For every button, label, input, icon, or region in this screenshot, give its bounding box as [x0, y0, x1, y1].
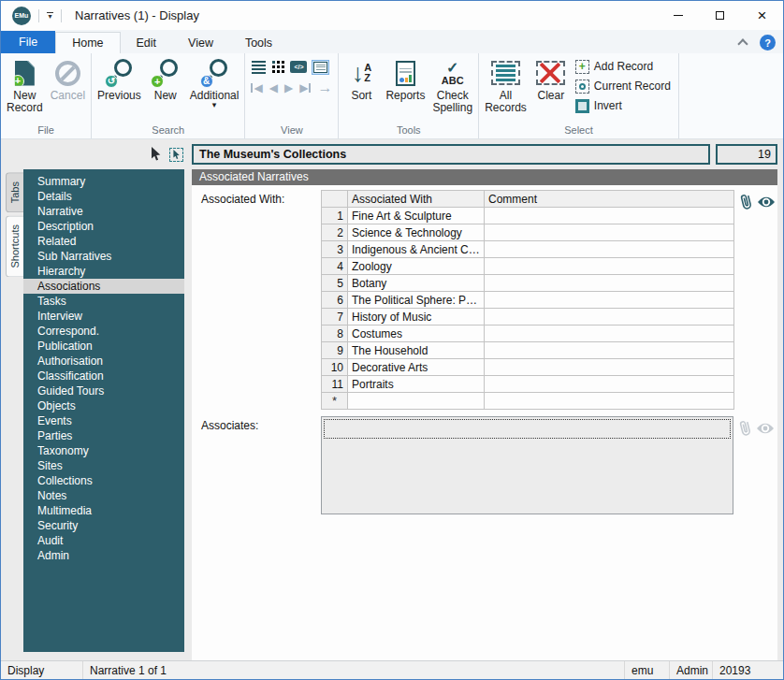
- sidebar-item[interactable]: Multimedia: [23, 503, 184, 518]
- view-attachment-eye-icon[interactable]: [757, 195, 776, 209]
- sidebar-item[interactable]: Publication: [23, 339, 184, 354]
- tab-file[interactable]: File: [1, 31, 55, 54]
- sidebar-item[interactable]: Guided Tours: [23, 383, 184, 398]
- table-row[interactable]: 10 Decorative Arts: [322, 359, 734, 376]
- new-search-button[interactable]: + New: [145, 54, 186, 102]
- sidebar-item[interactable]: Events: [23, 413, 184, 428]
- select-mode-icon[interactable]: [169, 148, 183, 162]
- sidebar-item[interactable]: Classification: [23, 369, 184, 383]
- new-record-button[interactable]: + New Record: [3, 54, 47, 114]
- collapse-ribbon-button[interactable]: [737, 38, 748, 49]
- current-record-select-button[interactable]: Current Record: [575, 78, 671, 94]
- table-row[interactable]: 9 The Household: [322, 342, 734, 359]
- sidebar-item[interactable]: Objects: [23, 398, 184, 413]
- sidebar-item[interactable]: Related: [23, 234, 184, 249]
- table-row[interactable]: 8 Costumes: [322, 326, 734, 342]
- tab-edit[interactable]: Edit: [121, 33, 173, 54]
- associated-with-cell[interactable]: Decorative Arts: [348, 359, 485, 376]
- list-view-button[interactable]: [251, 61, 266, 74]
- table-row[interactable]: 7 History of Music: [322, 309, 734, 326]
- help-button[interactable]: ?: [760, 35, 776, 51]
- table-row[interactable]: 1 Fine Art & Sculpture: [322, 208, 734, 224]
- associates-focused-row[interactable]: [324, 419, 731, 439]
- sidebar-item[interactable]: Details: [23, 189, 184, 204]
- new-row[interactable]: *: [322, 393, 734, 410]
- sort-button[interactable]: ↓ AZ Sort: [341, 54, 382, 102]
- sidebar-item[interactable]: Hierarchy: [23, 264, 184, 279]
- sidebar-item[interactable]: Narrative: [23, 204, 184, 219]
- associated-with-cell[interactable]: The Political Sphere: Party Politics, Un…: [348, 292, 485, 309]
- sidebar-item[interactable]: Notes: [23, 488, 184, 503]
- table-row[interactable]: 5 Botany: [322, 275, 734, 292]
- tab-home[interactable]: Home: [55, 32, 120, 54]
- associated-with-cell[interactable]: The Household: [348, 342, 485, 359]
- next-record-button[interactable]: ▶: [284, 82, 293, 94]
- sidebar-item[interactable]: Associations: [23, 279, 184, 294]
- sidebar-item[interactable]: Description: [23, 219, 184, 234]
- comment-cell[interactable]: [485, 224, 734, 241]
- associated-with-cell[interactable]: Fine Art & Sculpture: [348, 208, 485, 224]
- associated-with-cell[interactable]: Zoology: [348, 258, 485, 275]
- new-associated-with-cell[interactable]: [348, 393, 485, 410]
- sidebar-item[interactable]: Admin: [23, 548, 184, 563]
- sidebar-item[interactable]: Audit: [23, 533, 184, 548]
- new-comment-cell[interactable]: [485, 393, 734, 410]
- all-records-button[interactable]: All Records: [481, 54, 530, 114]
- comment-cell[interactable]: [485, 275, 734, 292]
- table-row[interactable]: 11 Portraits: [322, 376, 734, 393]
- sidebar-item[interactable]: Authorisation: [23, 354, 184, 369]
- reports-button[interactable]: Reports: [382, 54, 428, 102]
- code-view-button[interactable]: </>: [290, 61, 307, 73]
- sidebar-item[interactable]: Parties: [23, 428, 184, 443]
- sidebar-item[interactable]: Sub Narratives: [23, 249, 184, 264]
- comment-cell[interactable]: [485, 292, 734, 309]
- associated-with-cell[interactable]: Costumes: [348, 326, 485, 342]
- clear-selection-button[interactable]: Clear: [530, 54, 572, 102]
- previous-record-button[interactable]: ◀: [269, 82, 278, 94]
- check-spelling-button[interactable]: ✓ ABC Check Spelling: [428, 54, 476, 114]
- sidebar-item[interactable]: Summary: [23, 174, 184, 189]
- comment-cell[interactable]: [485, 376, 734, 393]
- last-record-button[interactable]: ▶: [299, 82, 311, 94]
- comment-cell[interactable]: [485, 208, 734, 224]
- sidebar-item[interactable]: Security: [23, 518, 184, 533]
- comment-cell[interactable]: [485, 309, 734, 326]
- associated-with-cell[interactable]: Botany: [348, 275, 485, 292]
- vertical-tab[interactable]: Tabs: [6, 172, 23, 212]
- associated-with-cell[interactable]: Science & Technology: [348, 224, 485, 241]
- associated-with-cell[interactable]: Portraits: [348, 376, 485, 393]
- column-header-associated-with[interactable]: Associated With: [348, 191, 485, 208]
- maximize-button[interactable]: [699, 1, 741, 30]
- additional-search-button[interactable]: & Additional ▾: [186, 54, 243, 108]
- close-button[interactable]: ×: [741, 1, 783, 30]
- associated-with-cell[interactable]: History of Music: [348, 309, 485, 326]
- comment-cell[interactable]: [485, 359, 734, 376]
- tab-view[interactable]: View: [172, 33, 229, 54]
- associates-field[interactable]: [321, 416, 733, 514]
- vertical-tab[interactable]: Shortcuts: [6, 215, 23, 277]
- attach-icon[interactable]: [737, 191, 755, 211]
- comment-cell[interactable]: [485, 326, 734, 342]
- first-record-button[interactable]: ◀: [251, 82, 262, 94]
- add-record-select-button[interactable]: + Add Record: [575, 58, 671, 75]
- table-row[interactable]: 2 Science & Technology: [322, 224, 734, 241]
- grid-view-button[interactable]: [270, 61, 285, 73]
- sidebar-item[interactable]: Collections: [23, 473, 184, 488]
- sidebar-item[interactable]: Sites: [23, 458, 184, 473]
- table-row[interactable]: 4 Zoology: [322, 258, 734, 275]
- associated-with-cell[interactable]: Indigenous & Ancient Cultures: [348, 241, 485, 258]
- sidebar-item[interactable]: Interview: [23, 309, 184, 324]
- quick-access-toolbar-button[interactable]: ▾: [47, 12, 53, 19]
- previous-search-button[interactable]: ↺ Previous: [94, 54, 145, 102]
- detail-view-button-selected[interactable]: [312, 60, 329, 75]
- comment-cell[interactable]: [485, 241, 734, 258]
- column-header-comment[interactable]: Comment: [485, 191, 734, 208]
- goto-record-button[interactable]: →: [317, 80, 332, 95]
- tab-tools[interactable]: Tools: [229, 33, 288, 54]
- table-row[interactable]: 6 The Political Sphere: Party Politics, …: [322, 292, 734, 309]
- comment-cell[interactable]: [485, 342, 734, 359]
- sidebar-item[interactable]: Tasks: [23, 294, 184, 309]
- minimize-button[interactable]: [657, 1, 699, 30]
- cursor-arrow-icon[interactable]: [150, 147, 162, 162]
- sidebar-item[interactable]: Taxonomy: [23, 443, 184, 458]
